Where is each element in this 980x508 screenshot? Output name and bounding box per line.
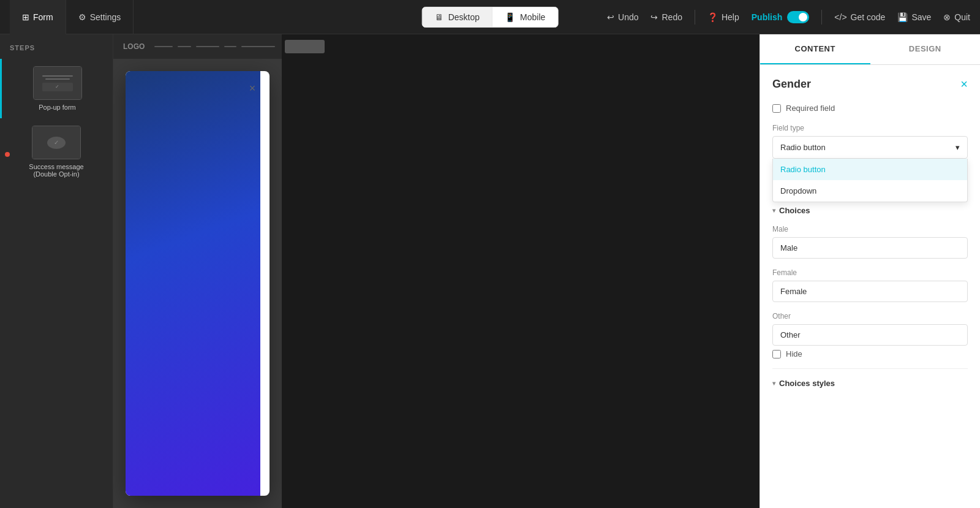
popup-right-panel: × Let's stay in touch Sign up for our ne… [260,71,270,496]
form-icon: ⊞ [22,12,29,22]
step-popup-form[interactable]: ✓ Pop-up form [0,59,113,118]
popup-close-button[interactable]: × [244,80,261,97]
required-field-checkbox[interactable] [772,104,781,113]
field-type-value: Radio button [780,143,826,152]
tab-design[interactable]: DESIGN [870,34,981,64]
choice-male-label: Male [772,225,968,233]
step-dot [5,152,10,157]
choice-male-input[interactable] [772,237,968,259]
panel-title: Gender [772,78,811,91]
dropdown-item-radio[interactable]: Radio button [773,159,967,180]
settings-icon: ⚙ [78,12,86,22]
left-panel: STEPS ✓ Pop-up form ✓ Success message (D… [0,34,113,508]
view-mobile[interactable]: 📱 Mobile [492,7,557,27]
step-popup-form-thumb: ✓ [33,66,82,100]
choice-male-block: Male [772,225,968,259]
choices-chevron-icon: ▾ [772,207,775,214]
save-label: Save [911,12,931,22]
divider [695,10,695,25]
chevron-down-icon: ▾ [956,143,960,152]
choices-section-header[interactable]: ▾ Choices [772,206,968,215]
topbar: ⊞ Form ⚙ Settings 🖥 Desktop 📱 Mobile ↩ U… [0,0,980,34]
fake-browser: LOGO [113,34,282,59]
panel-header: Gender × [772,77,968,91]
choices-styles-header[interactable]: ▾ Choices styles [772,379,968,388]
quit-button[interactable]: ⊗ Quit [943,12,970,22]
choices-styles-label: Choices styles [779,379,835,388]
choices-styles-section: ▾ Choices styles [772,368,968,388]
choices-section-label: Choices [779,206,810,215]
popup-container: × Let's stay in touch Sign up for our ne… [126,71,270,496]
dropdown-item-dropdown[interactable]: Dropdown [773,180,967,202]
help-button[interactable]: ❓ Help [707,12,739,22]
step-success-label: Success message (Double Opt-in) [29,163,83,178]
choice-female-label: Female [772,268,968,277]
tab-settings[interactable]: ⚙ Settings [66,0,134,34]
publish-button[interactable]: Publish [752,12,783,22]
tab-form-label: Form [33,12,53,22]
redo-button[interactable]: ↪ Redo [650,12,682,22]
panel-close-button[interactable]: × [960,77,968,91]
tab-form[interactable]: ⊞ Form [10,0,66,34]
fake-nav [154,46,275,47]
tab-settings-label: Settings [90,12,121,22]
choice-female-input[interactable] [772,281,968,302]
get-code-label: Get code [851,12,886,22]
publish-toggle[interactable] [787,11,809,23]
topbar-right: ↩ Undo ↪ Redo ❓ Help Publish </> Get cod… [607,10,970,25]
canvas-area: LOGO × Let's stay in touch Sign up for o… [113,34,282,508]
choice-other-input[interactable] [772,324,968,346]
steps-label: STEPS [0,44,113,59]
undo-icon: ↩ [607,12,614,22]
publish-group: Publish [752,11,810,23]
popup-left-panel [126,71,260,496]
panel-body: Gender × Required field Field type Radio… [760,65,980,508]
quit-icon: ⊗ [943,12,951,22]
save-icon: 💾 [897,12,908,22]
panel-tabs: CONTENT DESIGN [760,34,980,65]
view-mobile-label: Mobile [520,12,545,22]
choice-other-label: Other [772,312,968,320]
mobile-icon: 📱 [505,12,515,22]
right-panel: CONTENT DESIGN Gender × Required field F… [760,34,980,508]
undo-label: Undo [618,12,638,22]
hide-row: Hide [772,349,968,358]
save-button[interactable]: 💾 Save [897,12,931,22]
divider2 [821,10,822,25]
redo-label: Redo [662,12,682,22]
field-type-select[interactable]: Radio button ▾ [772,136,968,159]
field-type-select-wrapper: Radio button ▾ Radio button Dropdown [772,136,968,159]
field-type-label: Field type [772,124,968,132]
desktop-icon: 🖥 [435,12,443,22]
fake-cta [285,40,325,53]
topbar-left: ⊞ Form ⚙ Settings [10,0,134,34]
choice-female-block: Female [772,268,968,302]
hide-checkbox[interactable] [772,350,781,358]
get-code-button[interactable]: </> Get code [834,12,885,22]
required-field-row: Required field [772,104,968,113]
help-label: Help [722,12,739,22]
step-popup-form-label: Pop-up form [39,104,76,111]
view-toggle-group: 🖥 Desktop 📱 Mobile [422,7,559,28]
undo-button[interactable]: ↩ Undo [607,12,638,22]
view-desktop[interactable]: 🖥 Desktop [423,7,492,27]
hide-label: Hide [786,349,802,358]
step-success-message[interactable]: ✓ Success message (Double Opt-in) [0,118,113,185]
canvas-scroll[interactable]: × Let's stay in touch Sign up for our ne… [113,59,282,508]
code-icon: </> [834,12,846,22]
choice-other-block: Other Hide [772,312,968,358]
help-icon: ❓ [707,12,718,22]
fake-logo: LOGO [123,42,145,51]
choices-styles-chevron-icon: ▾ [772,380,775,387]
view-desktop-label: Desktop [448,12,480,22]
redo-icon: ↪ [650,12,658,22]
step-success-thumb: ✓ [32,126,81,159]
tab-content[interactable]: CONTENT [760,34,870,64]
field-type-dropdown: Radio button Dropdown [772,159,968,202]
required-field-label: Required field [786,104,835,113]
quit-label: Quit [954,12,970,22]
